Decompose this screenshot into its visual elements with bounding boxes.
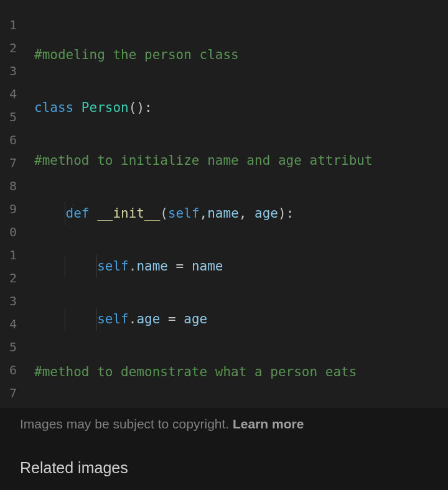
- code-line: #modeling the person class: [34, 44, 448, 67]
- line-number: 1: [0, 244, 17, 267]
- code-line: self.name = name: [34, 255, 448, 278]
- line-number-gutter: 1 2 3 4 5 6 7 8 9 0 1 2 3 4 5 6 7: [0, 0, 22, 408]
- copyright-notice: Images may be subject to copyright. Lear…: [20, 408, 428, 446]
- code-line: #method to demonstrate what a person eat…: [34, 361, 448, 384]
- code-line: self.age = age: [34, 308, 448, 331]
- line-number: 7: [0, 152, 17, 175]
- line-number: 6: [0, 129, 17, 152]
- line-number: 4: [0, 83, 17, 106]
- code-line: #method to initialize name and age attri…: [34, 149, 448, 172]
- footer: Images may be subject to copyright. Lear…: [0, 408, 448, 489]
- line-number: 5: [0, 336, 17, 359]
- line-number: 1: [0, 14, 17, 37]
- line-number: 6: [0, 359, 17, 382]
- related-images-heading: Related images: [20, 446, 428, 489]
- line-number: 0: [0, 221, 17, 244]
- line-number: 7: [0, 382, 17, 405]
- learn-more-link[interactable]: Learn more: [233, 417, 304, 431]
- line-number: 2: [0, 267, 17, 290]
- code-line: class Person():: [34, 96, 448, 119]
- code-area[interactable]: #modeling the person class class Person(…: [22, 0, 448, 408]
- line-number: 9: [0, 198, 17, 221]
- line-number: 2: [0, 37, 17, 60]
- code-line: def __init__(self,name, age):: [34, 202, 448, 225]
- line-number: 5: [0, 106, 17, 129]
- line-number: 3: [0, 60, 17, 83]
- line-number: 8: [0, 175, 17, 198]
- line-number: 4: [0, 313, 17, 336]
- code-editor[interactable]: 1 2 3 4 5 6 7 8 9 0 1 2 3 4 5 6 7 #model…: [0, 0, 448, 408]
- line-number: 3: [0, 290, 17, 313]
